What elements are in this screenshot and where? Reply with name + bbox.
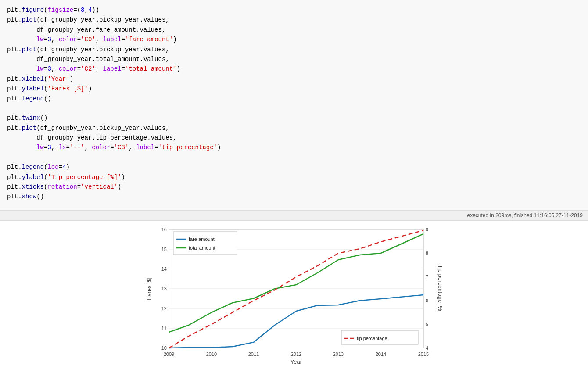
right-ytick-6: 6 (426, 298, 428, 303)
code-line: plt.xlabel('Year') (7, 74, 581, 84)
xtick-2014: 2014 (376, 351, 386, 357)
legend1-total-label: total amount (189, 245, 215, 251)
legend1-box (173, 232, 237, 255)
xtick-2015: 2015 (418, 351, 429, 357)
chart-svg: 10 11 12 13 14 15 16 4 5 6 7 8 9 (145, 225, 443, 370)
left-ytick-12: 12 (161, 306, 167, 311)
code-line: plt.show() (7, 192, 581, 201)
left-ytick-16: 16 (161, 227, 167, 232)
chart-area: 10 11 12 13 14 15 16 4 5 6 7 8 9 (145, 225, 443, 370)
right-ytick-4: 4 (426, 345, 428, 351)
code-cell: plt.figure(figsize=(8,4))plt.plot(df_gro… (0, 0, 588, 211)
execution-info: executed in 209ms, finished 11:16:05 27-… (0, 211, 588, 221)
right-ytick-9: 9 (426, 227, 428, 232)
code-line: plt.plot(df_groupby_year.pickup_year.val… (7, 15, 581, 25)
execution-text: executed in 209ms, finished 11:16:05 27-… (467, 212, 583, 219)
xtick-2010: 2010 (206, 351, 217, 357)
left-ytick-10: 10 (161, 345, 167, 351)
code-line: plt.xticks(rotation='vertical') (7, 182, 581, 192)
right-ytick-7: 7 (426, 274, 428, 280)
code-line: plt.legend() (7, 94, 581, 104)
xtick-2012: 2012 (291, 351, 301, 357)
left-ytick-11: 11 (161, 326, 167, 331)
left-ytick-13: 13 (161, 286, 167, 291)
code-line: plt.plot(df_groupby_year.pickup_year.val… (7, 45, 581, 54)
ylabel-left: Fares [$] (146, 277, 152, 300)
code-line: df_groupby_year.total_amount.values, (7, 54, 581, 64)
code-line (7, 153, 581, 162)
xtick-2009: 2009 (164, 351, 174, 357)
xlabel: Year (290, 358, 302, 365)
left-ytick-15: 15 (161, 247, 167, 252)
code-line: plt.ylabel('Fares [$]') (7, 84, 581, 93)
code-line: plt.figure(figsize=(8,4)) (7, 5, 581, 15)
code-block: plt.figure(figsize=(8,4))plt.plot(df_gro… (7, 5, 581, 202)
ylabel-right: Tip percentage [%] (437, 265, 443, 313)
code-line: df_groupby_year.fare_amount.values, (7, 25, 581, 35)
xtick-2013: 2013 (333, 351, 344, 357)
code-line (7, 104, 581, 113)
code-line: plt.legend(loc=4) (7, 162, 581, 172)
code-line: plt.ylabel('Tip percentage [%]') (7, 172, 581, 182)
right-ytick-8: 8 (426, 251, 428, 256)
code-line: plt.twinx() (7, 113, 581, 123)
xtick-2011: 2011 (248, 351, 259, 357)
code-line: df_groupby_year.tip_percentage.values, (7, 133, 581, 143)
code-line: lw=3, color='C2', label='total amount') (7, 64, 581, 74)
code-line: plt.plot(df_groupby_year.pickup_year.val… (7, 123, 581, 133)
left-ytick-14: 14 (161, 266, 167, 272)
legend2-tip-label: tip percentage (357, 336, 387, 341)
right-ytick-5: 5 (426, 322, 428, 327)
code-line: lw=3, ls='--', color='C3', label='tip pe… (7, 143, 581, 152)
code-line: lw=3, color='C0', label='fare amount') (7, 35, 581, 44)
output-cell: 10 11 12 13 14 15 16 4 5 6 7 8 9 (0, 221, 588, 370)
legend1-fare-label: fare amount (189, 237, 215, 242)
